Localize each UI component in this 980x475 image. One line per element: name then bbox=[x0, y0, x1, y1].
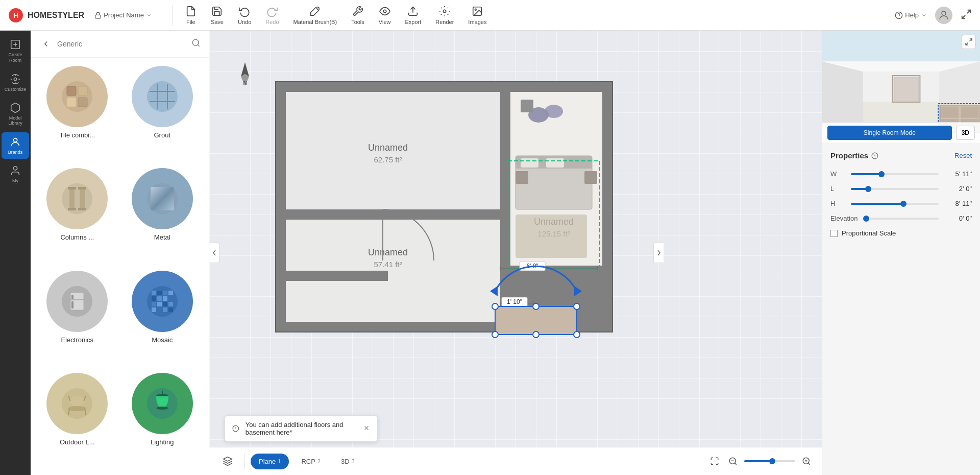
redo-button[interactable]: Redo bbox=[258, 3, 286, 28]
svg-line-12 bbox=[967, 10, 970, 13]
category-item-lighting[interactable]: Lighting bbox=[124, 373, 201, 467]
right-panel-expand-button[interactable] bbox=[653, 243, 664, 263]
collapse-panel-button[interactable] bbox=[209, 243, 219, 263]
category-item-mosaic[interactable]: Mosaic bbox=[124, 271, 201, 365]
view-button[interactable]: View bbox=[372, 3, 398, 28]
single-room-mode-button[interactable]: Single Room Mode bbox=[827, 126, 952, 140]
toast-close-button[interactable] bbox=[363, 424, 370, 433]
svg-line-132 bbox=[734, 463, 736, 464]
svg-rect-40 bbox=[78, 187, 86, 189]
preview-panel: Single Room Mode 3D bbox=[822, 31, 980, 143]
svg-rect-61 bbox=[163, 302, 167, 306]
material-brush-button[interactable]: Material Brush(B) bbox=[286, 3, 345, 28]
save-button[interactable]: Save bbox=[204, 3, 231, 28]
svg-rect-42 bbox=[78, 208, 86, 210]
fit-screen-icon bbox=[710, 457, 719, 466]
category-item-grout[interactable]: Grout bbox=[124, 66, 201, 160]
view-3d-button[interactable]: 3D bbox=[956, 126, 975, 140]
help-button[interactable]: Help bbox=[895, 11, 927, 19]
svg-rect-57 bbox=[163, 296, 167, 301]
length-value: 2' 0" bbox=[944, 185, 972, 193]
help-chevron-icon bbox=[921, 12, 927, 18]
svg-rect-52 bbox=[157, 291, 162, 295]
elevation-slider[interactable] bbox=[866, 218, 939, 220]
category-item-columns[interactable]: Columns ... bbox=[39, 168, 116, 262]
app-logo[interactable]: H HOMESTYLER bbox=[8, 8, 84, 23]
sidebar-item-create-room[interactable]: CreateRoom bbox=[2, 35, 29, 67]
zoom-in-button[interactable] bbox=[799, 454, 814, 468]
logo-icon: H bbox=[8, 8, 23, 23]
tile-combo-label: Tile combi... bbox=[59, 131, 95, 139]
render-icon bbox=[439, 6, 450, 17]
fullscreen-button[interactable] bbox=[961, 9, 972, 22]
svg-rect-88 bbox=[286, 271, 388, 281]
category-search-input[interactable] bbox=[57, 40, 187, 48]
svg-rect-44 bbox=[151, 187, 174, 210]
svg-rect-49 bbox=[71, 301, 74, 308]
category-back-button[interactable] bbox=[39, 37, 53, 51]
length-slider[interactable] bbox=[851, 188, 939, 190]
svg-rect-98 bbox=[521, 158, 538, 168]
width-slider[interactable] bbox=[851, 173, 939, 175]
height-value: 8' 11" bbox=[944, 200, 972, 207]
outdoor-label: Outdoor L... bbox=[60, 438, 95, 446]
toolbar-right: Help bbox=[895, 7, 972, 24]
zoom-out-button[interactable] bbox=[726, 454, 740, 468]
images-button[interactable]: Images bbox=[461, 3, 494, 28]
svg-point-4 bbox=[383, 10, 386, 13]
floor-tab-rcp[interactable]: RCP 2 bbox=[293, 454, 329, 469]
height-slider[interactable] bbox=[851, 203, 939, 205]
canvas-area[interactable]: N bbox=[209, 31, 822, 475]
svg-rect-59 bbox=[152, 302, 156, 306]
export-button[interactable]: Export bbox=[398, 3, 428, 28]
sidebar-item-my[interactable]: My bbox=[2, 161, 29, 187]
grout-label: Grout bbox=[154, 131, 170, 139]
height-property-row: H 8' 11" bbox=[830, 200, 972, 207]
electronics-label: Electronics bbox=[61, 336, 93, 344]
svg-point-77 bbox=[156, 407, 168, 410]
preview-toggle-button[interactable] bbox=[962, 35, 976, 49]
svg-point-11 bbox=[942, 11, 946, 15]
zoom-fit-button[interactable] bbox=[707, 454, 722, 468]
floor-tab-plane[interactable]: Plane 1 bbox=[251, 454, 289, 469]
category-item-tile-combo[interactable]: Tile combi... bbox=[39, 66, 116, 160]
project-name[interactable]: Project Name bbox=[94, 11, 152, 19]
svg-rect-28 bbox=[78, 86, 87, 96]
svg-point-123 bbox=[574, 303, 580, 310]
elevation-value: 0' 0" bbox=[944, 215, 972, 222]
user-avatar[interactable] bbox=[935, 7, 952, 24]
category-item-outdoor[interactable]: Outdoor L... bbox=[39, 373, 116, 467]
svg-point-8 bbox=[475, 9, 477, 10]
layer-icon bbox=[223, 456, 233, 466]
floor-tab-3d[interactable]: 3D 3 bbox=[333, 454, 363, 469]
customize-icon bbox=[10, 74, 21, 85]
elevation-property-row: Elevation 0' 0" bbox=[830, 215, 972, 222]
category-item-electronics[interactable]: Electronics bbox=[39, 271, 116, 365]
tools-button[interactable]: Tools bbox=[344, 3, 372, 28]
sidebar-item-model-library[interactable]: ModelLibrary bbox=[2, 98, 29, 131]
svg-line-13 bbox=[962, 15, 965, 18]
svg-point-6 bbox=[444, 10, 447, 13]
undo-button[interactable]: Undo bbox=[231, 3, 258, 28]
collapse-left-icon bbox=[212, 249, 217, 256]
toolbar: H HOMESTYLER Project Name File Save Undo… bbox=[0, 0, 980, 31]
sidebar-item-brands[interactable]: Brands bbox=[2, 132, 29, 159]
render-button[interactable]: Render bbox=[428, 3, 461, 28]
expand-right-icon bbox=[656, 249, 662, 256]
proportional-scale-checkbox[interactable] bbox=[830, 230, 838, 237]
my-icon bbox=[10, 165, 21, 176]
close-icon bbox=[363, 424, 370, 432]
sidebar-item-customize[interactable]: Customize bbox=[2, 69, 29, 96]
floor-plan[interactable]: Unnamed 62.75 ft² Unnamed 125.15 ft² Unn… bbox=[271, 77, 618, 342]
svg-rect-87 bbox=[383, 209, 434, 220]
toolbar-separator bbox=[244, 454, 244, 469]
reset-button[interactable]: Reset bbox=[954, 152, 972, 159]
layer-button[interactable] bbox=[217, 453, 238, 469]
zoom-slider[interactable] bbox=[744, 460, 795, 462]
svg-text:Unnamed: Unnamed bbox=[368, 142, 408, 153]
search-icon[interactable] bbox=[191, 38, 201, 50]
svg-text:N: N bbox=[243, 80, 247, 86]
file-button[interactable]: File bbox=[178, 3, 204, 28]
mosaic-thumbnail bbox=[132, 271, 193, 332]
category-item-metal[interactable]: Metal bbox=[124, 168, 201, 262]
